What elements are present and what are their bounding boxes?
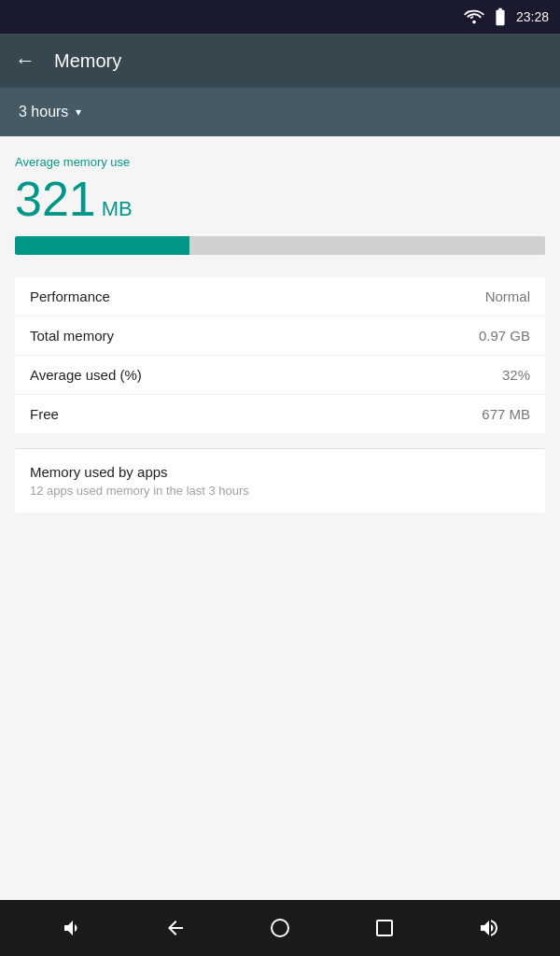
nav-bar (0, 900, 560, 956)
time-filter-label: 3 hours (19, 104, 68, 120)
stat-value-free: 677 MB (482, 406, 530, 422)
stat-row-avg-used: Average used (%) 32% (15, 356, 545, 395)
recent-apps-icon (373, 917, 396, 939)
home-icon (269, 917, 291, 939)
stats-section: Performance Normal Total memory 0.97 GB … (15, 277, 545, 433)
stat-row-performance: Performance Normal (15, 277, 545, 316)
dropdown-arrow-icon: ▾ (76, 105, 81, 119)
back-nav-icon[interactable] (153, 906, 198, 950)
time-filter-dropdown[interactable]: 3 hours ▾ (19, 104, 81, 120)
page-title: Memory (54, 50, 121, 72)
memory-value-container: 321 MB (15, 175, 545, 223)
volume-down-nav-icon[interactable] (49, 906, 93, 950)
content-area: Average memory use 321 MB Performance No… (0, 136, 560, 900)
volume-up-icon (478, 917, 500, 939)
app-bar: ← Memory (0, 34, 560, 88)
back-button[interactable]: ← (15, 49, 35, 73)
stat-value-performance: Normal (485, 288, 530, 304)
svg-point-0 (272, 920, 288, 936)
stat-row-total-memory: Total memory 0.97 GB (15, 316, 545, 356)
stat-label-performance: Performance (30, 288, 110, 304)
stat-value-total-memory: 0.97 GB (479, 328, 530, 344)
svg-rect-1 (377, 921, 392, 935)
back-icon (164, 917, 187, 939)
wifi-icon (464, 7, 484, 27)
status-icons: 23:28 (464, 7, 549, 27)
filter-bar: 3 hours ▾ (0, 88, 560, 136)
memory-progress-bar (15, 236, 545, 255)
memory-unit: MB (102, 197, 133, 221)
memory-progress-fill (15, 236, 189, 255)
stat-label-avg-used: Average used (%) (30, 367, 142, 383)
home-nav-icon[interactable] (258, 906, 302, 950)
recent-apps-nav-icon[interactable] (362, 906, 407, 950)
stat-label-total-memory: Total memory (30, 328, 114, 344)
memory-number: 321 (15, 175, 96, 223)
apps-section[interactable]: Memory used by apps 12 apps used memory … (15, 448, 545, 513)
status-bar: 23:28 (0, 0, 560, 34)
apps-section-title: Memory used by apps (30, 464, 530, 480)
status-time: 23:28 (516, 9, 549, 24)
volume-up-nav-icon[interactable] (467, 906, 511, 950)
stat-row-free: Free 677 MB (15, 395, 545, 433)
battery-icon (490, 7, 511, 27)
stat-label-free: Free (30, 406, 59, 422)
volume-down-icon (60, 917, 82, 939)
stat-value-avg-used: 32% (502, 367, 530, 383)
avg-memory-label: Average memory use (15, 155, 545, 169)
apps-section-subtitle: 12 apps used memory in the last 3 hours (30, 484, 530, 498)
